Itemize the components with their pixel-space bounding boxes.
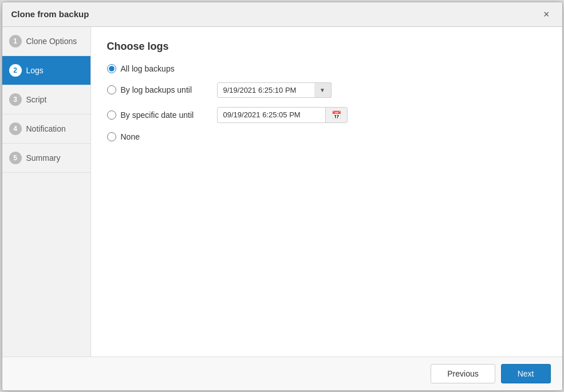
step-badge-3: 3 (9, 93, 22, 106)
sidebar-item-label-script: Script (26, 95, 47, 104)
step-badge-1: 1 (9, 35, 22, 47)
radio-none[interactable] (107, 132, 116, 141)
sidebar: 1 Clone Options 2 Logs 3 Script 4 Notifi… (2, 27, 91, 357)
sidebar-item-notification[interactable]: 4 Notification (2, 114, 90, 144)
step-badge-5: 5 (9, 152, 22, 164)
dialog-title: Clone from backup (11, 9, 89, 19)
sidebar-item-label-summary: Summary (26, 153, 61, 163)
date-input-wrapper: 📅 (217, 107, 348, 123)
sidebar-item-summary[interactable]: 5 Summary (2, 144, 90, 173)
sidebar-item-label-logs: Logs (26, 66, 44, 75)
page-title: Choose logs (107, 41, 546, 53)
close-button[interactable]: × (540, 8, 553, 21)
radio-by-specific-date[interactable] (107, 110, 116, 120)
option-row-by-specific-date: By specific date until 📅 (107, 107, 546, 123)
sidebar-item-logs[interactable]: 2 Logs (2, 56, 90, 85)
dialog-body: 1 Clone Options 2 Logs 3 Script 4 Notifi… (2, 27, 562, 357)
option-label-by-specific-date[interactable]: By specific date until (107, 110, 210, 120)
step-badge-2: 2 (9, 64, 22, 77)
clone-from-backup-dialog: Clone from backup × 1 Clone Options 2 Lo… (2, 2, 563, 391)
option-label-none[interactable]: None (107, 132, 210, 141)
option-row-all-log-backups: All log backups (107, 64, 546, 73)
dialog-footer: Previous Next (2, 357, 562, 390)
main-content: Choose logs All log backups By log backu… (91, 27, 562, 357)
sidebar-item-script[interactable]: 3 Script (2, 85, 90, 114)
date-input[interactable] (218, 108, 325, 122)
calendar-button[interactable]: 📅 (325, 108, 347, 122)
option-label-all-log-backups[interactable]: All log backups (107, 64, 210, 73)
option-text-all-log-backups: All log backups (121, 64, 175, 73)
step-badge-4: 4 (9, 122, 22, 135)
previous-button[interactable]: Previous (431, 364, 495, 383)
sidebar-item-label-notification: Notification (26, 124, 66, 133)
log-backups-dropdown[interactable]: 9/19/2021 6:25:10 PM (217, 82, 332, 98)
sidebar-item-label-clone-options: Clone Options (26, 37, 77, 46)
option-row-none: None (107, 132, 546, 141)
log-backups-dropdown-wrapper: 9/19/2021 6:25:10 PM ▼ (217, 82, 332, 98)
calendar-icon: 📅 (332, 110, 341, 120)
option-label-by-log-backups[interactable]: By log backups until (107, 85, 210, 94)
next-button[interactable]: Next (501, 364, 551, 383)
option-text-none: None (121, 132, 140, 141)
radio-by-log-backups[interactable] (107, 85, 116, 94)
option-row-by-log-backups: By log backups until 9/19/2021 6:25:10 P… (107, 82, 546, 98)
option-text-by-log-backups: By log backups until (121, 85, 192, 94)
option-text-by-specific-date: By specific date until (121, 110, 194, 120)
radio-all-log-backups[interactable] (107, 64, 116, 73)
sidebar-item-clone-options[interactable]: 1 Clone Options (2, 27, 90, 56)
dialog-titlebar: Clone from backup × (2, 2, 562, 27)
